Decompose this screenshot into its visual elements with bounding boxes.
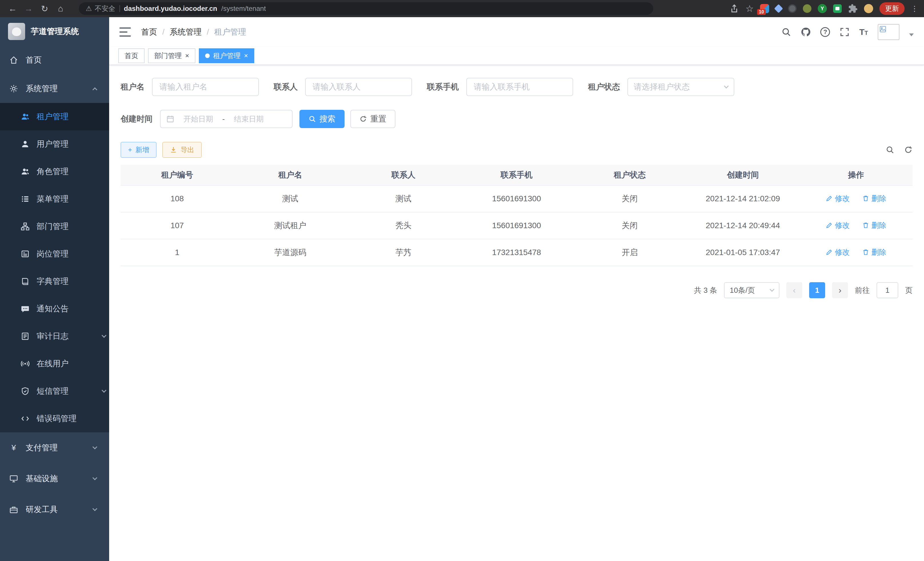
tab-dept[interactable]: 部门管理 × [148, 48, 195, 63]
goto-page-input[interactable] [877, 282, 898, 298]
column-header: 租户编号 [121, 165, 234, 185]
reset-button[interactable]: 重置 [350, 110, 395, 128]
sidebar-item-role[interactable]: 角色管理 [0, 158, 109, 185]
sidebar-item-online-users[interactable]: 在线用户 [0, 350, 109, 378]
page-size-select[interactable]: 10条/页 [724, 282, 779, 298]
contact-input[interactable] [305, 78, 412, 96]
close-icon[interactable]: × [244, 52, 248, 59]
table-row: 108 测试 测试 15601691300 关闭 2021-12-14 21:0… [121, 185, 913, 212]
next-page-button[interactable]: › [832, 282, 848, 298]
tab-tenant[interactable]: 租户管理 × [199, 48, 254, 63]
sidebar-item-label: 用户管理 [37, 139, 69, 150]
edit-link[interactable]: 修改 [826, 194, 850, 204]
sidebar-group-label: 系统管理 [26, 83, 58, 94]
tab-home[interactable]: 首页 [118, 48, 145, 63]
sidebar-item-sms[interactable]: 短信管理 [0, 378, 109, 405]
share-icon[interactable] [729, 4, 739, 14]
date-range-picker[interactable]: - [160, 110, 292, 128]
breadcrumb-item-home[interactable]: 首页 [141, 27, 157, 38]
status-select[interactable]: 请选择租户状态 [627, 78, 734, 96]
help-icon[interactable]: ? [820, 27, 830, 37]
address-bar[interactable]: ⚠不安全 dashboard.yudao.iocoder.cn/system/t… [79, 2, 653, 15]
add-button[interactable]: + 新增 [121, 142, 157, 158]
table-search-icon[interactable] [886, 146, 894, 154]
cell-actions: 修改 删除 [800, 212, 913, 239]
cell-created: 2021-12-14 21:02:09 [686, 185, 800, 212]
search-icon[interactable] [782, 27, 791, 37]
search-button[interactable]: 搜索 [299, 110, 345, 128]
logo-title: 芋道管理系统 [31, 26, 79, 37]
logo[interactable]: 芋道管理系统 [0, 17, 109, 46]
bookmark-star-icon[interactable]: ☆ [746, 3, 754, 14]
table-refresh-icon[interactable] [904, 146, 913, 154]
extension-icon-3[interactable] [788, 4, 796, 13]
browser-menu-icon[interactable]: ⋮ [911, 4, 918, 13]
trash-icon [862, 249, 869, 256]
omnibox-divider [119, 5, 120, 12]
sidebar-item-user[interactable]: 用户管理 [0, 130, 109, 158]
extension-icon-6[interactable] [833, 4, 842, 13]
tenant-name-input[interactable] [152, 78, 259, 96]
browser-back-icon[interactable]: ← [6, 2, 20, 15]
sidebar-item-notice[interactable]: 通知公告 [0, 295, 109, 323]
extensions-puzzle-icon[interactable] [848, 4, 858, 14]
sidebar-group-infra[interactable]: 基础设施 [0, 463, 109, 494]
browser-update-button[interactable]: 更新 [879, 2, 904, 15]
cell-contact: 测试 [347, 185, 460, 212]
date-end-input[interactable] [227, 115, 271, 123]
chevron-down-icon[interactable] [909, 33, 914, 36]
browser-forward-icon[interactable]: → [22, 2, 35, 15]
browser-home-icon[interactable]: ⌂ [54, 2, 68, 15]
sidebar-group-payment[interactable]: ¥ 支付管理 [0, 432, 109, 463]
code-icon [21, 414, 30, 423]
sidebar-item-post[interactable]: 岗位管理 [0, 240, 109, 268]
phone-input[interactable] [466, 78, 573, 96]
column-header: 租户名 [234, 165, 347, 185]
sidebar-item-tenant[interactable]: 租户管理 [0, 103, 109, 130]
extension-icon-1[interactable]: 10 [760, 4, 769, 13]
browser-reload-icon[interactable]: ↻ [38, 2, 51, 15]
sidebar-item-error-code[interactable]: 错误码管理 [0, 405, 109, 432]
current-page-button[interactable]: 1 [809, 282, 825, 298]
extension-icon-5[interactable]: Y [818, 4, 827, 13]
tab-label: 首页 [124, 51, 138, 60]
extension-icon-4[interactable] [803, 4, 812, 13]
chevron-down-icon [724, 84, 729, 89]
cell-contact: 秃头 [347, 212, 460, 239]
sidebar-toggle-icon[interactable] [119, 27, 131, 37]
font-size-icon[interactable]: TT [859, 27, 868, 37]
delete-link[interactable]: 删除 [862, 220, 886, 230]
fullscreen-icon[interactable] [840, 27, 849, 37]
security-warning[interactable]: ⚠不安全 [86, 4, 116, 13]
breadcrumb-separator: / [162, 27, 165, 37]
date-start-input[interactable] [177, 115, 220, 123]
profile-avatar[interactable] [864, 4, 873, 13]
sidebar-group-devtools[interactable]: 研发工具 [0, 494, 109, 525]
status-select-placeholder: 请选择租户状态 [634, 81, 690, 92]
extension-icon-2[interactable] [776, 5, 782, 12]
sidebar-item-audit-log[interactable]: 审计日志 [0, 323, 109, 350]
github-icon[interactable] [801, 27, 811, 37]
security-warning-label: 不安全 [95, 4, 116, 13]
sidebar-item-dept[interactable]: 部门管理 [0, 213, 109, 240]
breadcrumb-item-system[interactable]: 系统管理 [170, 27, 202, 38]
avatar[interactable] [878, 24, 899, 40]
edit-link[interactable]: 修改 [826, 220, 850, 230]
prev-page-button[interactable]: ‹ [786, 282, 802, 298]
sidebar-group-system[interactable]: 系统管理 [0, 74, 109, 103]
export-button[interactable]: 导出 [162, 142, 202, 158]
chevron-up-icon [93, 87, 98, 92]
sidebar-item-dict[interactable]: 字典管理 [0, 268, 109, 295]
plus-icon: + [128, 146, 132, 154]
sidebar-item-label: 租户管理 [37, 111, 69, 122]
edit-link[interactable]: 修改 [826, 247, 850, 257]
sidebar-item-home[interactable]: 首页 [0, 46, 109, 74]
goto-label: 前往 [855, 285, 870, 295]
delete-link[interactable]: 删除 [862, 247, 886, 257]
close-icon[interactable]: × [185, 52, 189, 59]
system-submenu: 租户管理 用户管理 角色管理 [0, 103, 109, 432]
cell-phone: 15601691300 [460, 185, 573, 212]
delete-link[interactable]: 删除 [862, 194, 886, 204]
column-header: 租户状态 [573, 165, 686, 185]
sidebar-item-menu[interactable]: 菜单管理 [0, 185, 109, 213]
